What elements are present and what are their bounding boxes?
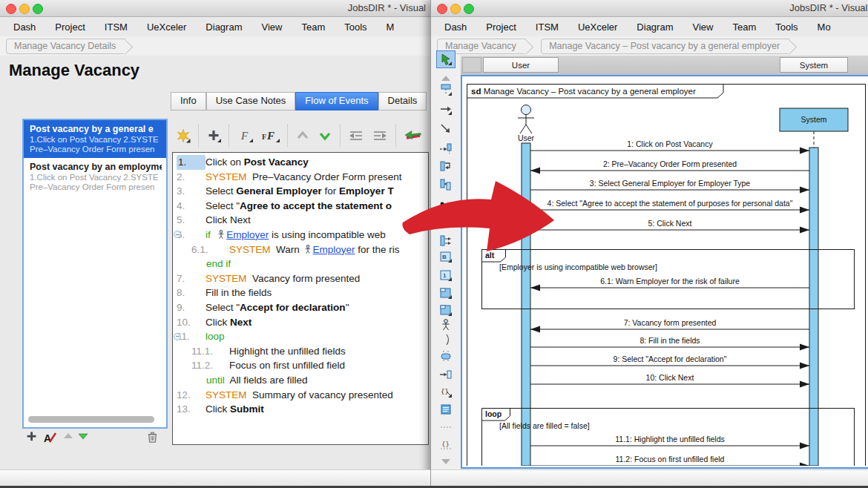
flow-step-row[interactable]: 1.Click on Post Vacancy [173, 155, 428, 170]
flow-step-row[interactable]: 8.Fill in the fields [173, 286, 428, 300]
flow-step-row[interactable]: 2.SYSTEM Pre–Vacancy Order Form present [173, 170, 428, 185]
message-3[interactable]: 3: Select General Employer for Employer … [530, 179, 809, 194]
reentrant-message-tool[interactable] [438, 234, 453, 248]
ruler-tab-system[interactable]: System [780, 57, 848, 73]
menu-item-uexceler[interactable]: UeXceler [147, 22, 186, 33]
constraint-tool[interactable]: {} [438, 438, 453, 452]
sequence-diagram[interactable]: sd Manage Vacancy – Post vacancy by a ge… [462, 76, 868, 466]
menu-item-view[interactable]: View [692, 22, 713, 33]
flow-step-row[interactable]: end if [173, 257, 428, 271]
lifeline-system[interactable]: System [780, 108, 848, 466]
message-tool[interactable] [438, 102, 453, 116]
message-5[interactable]: 5: Click Next [530, 219, 809, 234]
ruler-tab-user[interactable]: User [483, 57, 559, 73]
add-step-button[interactable] [206, 128, 221, 143]
message-6[interactable]: 6.1: Warn Employer for the risk of failu… [530, 277, 809, 291]
scenario-list-item[interactable]: Post vacancy by an employme1.Click on Po… [24, 158, 166, 196]
lifeline-tool[interactable] [438, 82, 453, 97]
delete-scenario-button[interactable] [145, 430, 160, 445]
model-element-link[interactable]: Employer [226, 229, 269, 240]
flow-step-row[interactable]: 12.SYSTEM Summary of vacancy presented [173, 388, 428, 403]
pointer-tool[interactable] [436, 50, 456, 68]
message-12[interactable]: 11.2: Focus on first unfilled field [530, 455, 809, 466]
message-10[interactable]: 10: Click Next [530, 373, 809, 388]
diagram-canvas[interactable]: sd Manage Vacancy – Post vacancy by a ge… [461, 76, 868, 469]
actor-tool[interactable] [438, 317, 453, 332]
indent-step-button[interactable] [372, 129, 388, 142]
self-message-tool[interactable] [438, 159, 453, 174]
model-element-link[interactable]: Employer [313, 244, 355, 255]
link-diagram-button[interactable] [404, 128, 423, 143]
menu-item-itsm[interactable]: ITSM [105, 22, 128, 33]
zoom-button[interactable] [33, 4, 43, 14]
move-step-up-button[interactable] [295, 128, 310, 143]
message-9[interactable]: 9: Select "Accept for declaration" [530, 355, 809, 369]
breadcrumb[interactable]: Manage Vacancy Details [6, 39, 125, 54]
italic-format-button[interactable]: F [237, 128, 253, 143]
zoom-button[interactable] [464, 4, 474, 14]
menu-item-team[interactable]: Team [732, 22, 756, 33]
flow-step-row[interactable]: 11.2.Focus on first unfilled field [173, 358, 428, 373]
close-button[interactable] [437, 4, 447, 14]
combined-fragment-tool[interactable]: B [438, 249, 453, 264]
flow-step-row[interactable]: 4.Select "Agree to accept the statement … [173, 199, 428, 214]
lost-message-tool[interactable] [438, 214, 453, 229]
flow-step-row[interactable]: 6.1.SYSTEM Warn Employer for the ris [173, 243, 428, 257]
flow-step-row[interactable]: 3.Select General Employer for Employer T [173, 184, 428, 199]
sd-frame-tool[interactable] [438, 286, 453, 300]
flow-step-row[interactable]: 13.Click Submit [173, 402, 428, 417]
flow-step-row[interactable]: 9.Select "Accept for declaration" [173, 300, 428, 315]
ref-frame-tool[interactable] [438, 303, 453, 317]
collapse-toggle-icon[interactable] [174, 333, 181, 340]
move-scenario-down-button[interactable] [77, 430, 92, 445]
menu-item-tools[interactable]: Tools [344, 22, 366, 33]
message-1[interactable]: 1: Click on Post Vacancy [530, 139, 809, 154]
close-button[interactable] [6, 4, 16, 14]
gate-tool[interactable] [438, 367, 453, 382]
add-scenario-button[interactable] [25, 430, 40, 445]
move-step-down-button[interactable] [318, 128, 332, 143]
lifeline-user[interactable]: User [518, 105, 535, 466]
diagonal-message-tool[interactable] [438, 121, 453, 136]
continuation-tool[interactable] [438, 332, 453, 347]
menu-item-project[interactable]: Project [486, 22, 516, 33]
menu-item-diagram[interactable]: Diagram [206, 22, 242, 33]
found-message-tool[interactable] [438, 197, 453, 211]
palette-scroll-down-button[interactable] [438, 454, 453, 469]
message-2[interactable]: 2: Pre–Vacancy Order Form presented [530, 159, 809, 174]
move-scenario-up-button[interactable] [62, 430, 77, 445]
message-7[interactable]: 7: Vacancy form presented [530, 318, 809, 333]
horizontal-scrollbar[interactable] [28, 416, 154, 423]
flow-step-row[interactable]: 11.1.Highlight the unfilled fields [173, 344, 428, 359]
font-format-button[interactable]: FF [260, 128, 280, 143]
menu-item-dash[interactable]: Dash [13, 22, 36, 33]
concurrent-tool[interactable] [438, 349, 453, 363]
activation-bar-user[interactable] [522, 143, 530, 466]
message-4[interactable]: 4: Select "Agree to accept the statement… [530, 199, 809, 214]
note-tool[interactable] [438, 402, 453, 417]
outdent-step-button[interactable] [348, 129, 364, 142]
interaction-use-tool[interactable]: 1 [438, 268, 453, 283]
flow-step-row[interactable]: 5.Click Next [173, 213, 428, 228]
flow-step-row[interactable]: 11.loop [173, 329, 428, 344]
tab-details[interactable]: Details [378, 92, 427, 111]
menu-item-uexceler[interactable]: UeXceler [578, 22, 617, 33]
menu-item-team[interactable]: Team [301, 22, 325, 33]
menu-item-mo[interactable]: Mo [818, 22, 831, 33]
menu-item-diagram[interactable]: Diagram [637, 22, 673, 33]
duration-constraint-tool[interactable]: {} [438, 384, 453, 399]
edit-scenario-button[interactable]: A [43, 430, 58, 445]
menu-item-tools[interactable]: Tools [775, 22, 798, 33]
menu-item-view[interactable]: View [261, 22, 282, 33]
flow-step-row[interactable]: 6.if Employer is using incompatible web [173, 228, 428, 243]
tab-flow-of-events[interactable]: Flow of Events [295, 92, 378, 111]
menu-item-itsm[interactable]: ITSM [536, 22, 559, 33]
breadcrumb[interactable]: Manage Vacancy – Post vacancy by a gener… [541, 39, 789, 54]
activation-bar-system[interactable] [809, 148, 818, 466]
flow-step-row[interactable]: 10.Click Next [173, 315, 428, 330]
scenario-list-item[interactable]: Post vacancy by a general e1.Click on Po… [24, 120, 166, 158]
create-message-tool[interactable] [438, 140, 453, 155]
minimize-button[interactable] [19, 4, 30, 14]
menu-item-dash[interactable]: Dash [444, 22, 467, 33]
minimize-button[interactable] [450, 4, 461, 14]
